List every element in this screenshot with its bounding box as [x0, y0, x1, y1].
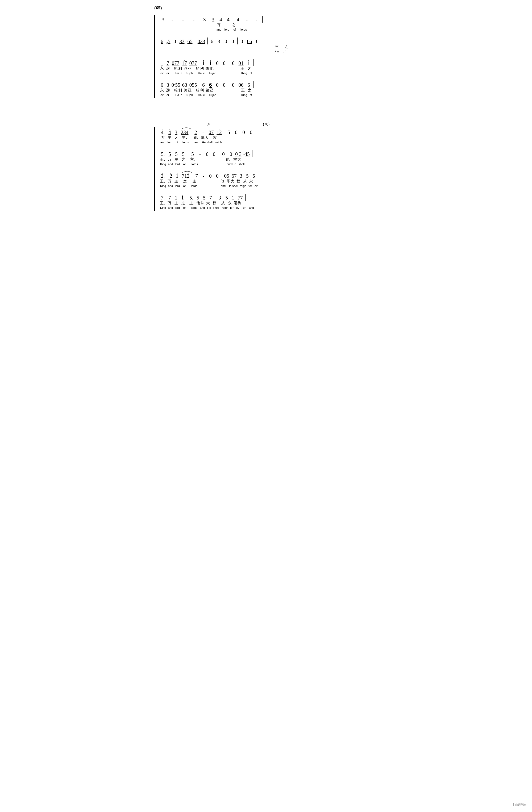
- note-6ul: 6: [159, 39, 165, 44]
- s2-r3-1dot-ul: • 1: [174, 173, 181, 179]
- s2-note-3ul: 3: [173, 130, 179, 135]
- note-055ul: 055: [188, 82, 198, 88]
- s2-note-2ul: 2: [192, 130, 200, 135]
- s2-r3-05ul: 05: [223, 173, 230, 179]
- page-label-65: (65): [154, 5, 378, 11]
- s2-lyric-en-3: King and lord of lords and He shell reig…: [159, 184, 378, 189]
- s2-r4-1dot-b: • 1: [179, 195, 186, 201]
- section2-header: F (70): [154, 122, 378, 126]
- note-3-dot: • 3: [159, 17, 167, 23]
- s2-dash1: -: [200, 130, 207, 135]
- note-65ul: 65: [186, 39, 193, 44]
- note-dash1: -: [167, 17, 178, 23]
- s2-r3-dot2dot-ul: • ·2: [167, 173, 174, 179]
- score-page: (65) • 3 - - - • 3.: [146, 0, 386, 224]
- note-06ul: 06: [245, 39, 254, 44]
- note-33ul: 33: [178, 39, 186, 44]
- note-6b: 6: [254, 39, 261, 44]
- s2-r3-5ul-b: 5: [250, 173, 257, 179]
- note-1dot-c: • 1: [245, 60, 252, 66]
- s2-r4-1ul: 1: [230, 195, 236, 201]
- note-077ul: 077: [171, 60, 181, 66]
- s2-r3-bar2: [221, 172, 223, 179]
- s2-r3-5ul: 5: [244, 173, 250, 179]
- note-sharp5: #5: [165, 39, 172, 44]
- note-0sharp55: 0#55: [171, 82, 181, 88]
- s2-r3-7: 7: [193, 173, 200, 179]
- s2-r2-5c: 5: [189, 151, 196, 157]
- s2-r4-7dot: 7.: [159, 195, 167, 201]
- barline6: [261, 38, 263, 44]
- lyric-cn-1: 万 主 之 主: [159, 23, 378, 28]
- note-0f: 0: [221, 60, 228, 66]
- s2-note-0b: 0: [240, 130, 247, 135]
- note-1dot7-ul: • 17: [181, 60, 188, 66]
- s2-lyric-en-1: and lord of lords and He shell reigh: [159, 141, 378, 145]
- note-1dot-b: • 1: [207, 60, 214, 66]
- note-0a: 0: [172, 39, 178, 44]
- s2-r4-bar2: [214, 194, 216, 201]
- lyric-cn-4: 永 远 哈利 路亚 哈利 路亚, 王 之: [159, 88, 378, 93]
- note-3ul-b: 3: [165, 82, 171, 88]
- note-0g: 0: [230, 60, 237, 66]
- s2-r4-1dot-a: • 1: [173, 195, 179, 201]
- note-1dot-ul: • 1: [159, 60, 165, 66]
- s2-music-row-1: • 4. • 4 3 234: [159, 127, 378, 135]
- note-63ul: 63: [181, 82, 188, 88]
- s2-note-0a: 0: [232, 130, 240, 135]
- note-7ul-a: 7: [165, 60, 171, 66]
- s2-r4-7ul-b: 7: [207, 195, 214, 201]
- note-6a: 6: [209, 39, 215, 44]
- s2-lyric-cn-2: 王, 万 主 之 主, 他 掌大: [159, 157, 378, 162]
- s2-note-12ul: • 12: [215, 130, 223, 135]
- barline12: [252, 81, 254, 88]
- barline10: [198, 81, 200, 88]
- note-6dot2-ul: 6̲: [207, 82, 214, 88]
- s2-music-row-3: • 2. • ·2 • 1: [159, 171, 378, 179]
- s2-r2-0d: 0: [227, 151, 235, 157]
- barline8: [228, 59, 230, 66]
- note-033ul: 033: [196, 39, 206, 44]
- measure-label-70: (70): [263, 122, 270, 126]
- note-0d: 0: [238, 39, 245, 44]
- note-01dot-ul: • 01: [237, 60, 245, 66]
- section-1: • 3 - - - • 3. • 3 4: [154, 15, 378, 98]
- note-06ul-b: 06: [237, 82, 245, 88]
- note-0i: 0: [221, 82, 228, 88]
- note-6dot-ul: 6: [200, 82, 207, 88]
- s2-r3-712ul: 71 • 2: [181, 173, 191, 179]
- s2-lyric-cn-3: 王, 万 主 之 主, 他 掌大 权 从 永: [159, 179, 378, 184]
- note-0h: 0: [214, 82, 221, 88]
- s2-lyric-en-4: King and lord of lords and He shell reig…: [159, 206, 378, 211]
- note-3a: 3: [215, 39, 222, 44]
- section-2: • 4. • 4 3 234: [154, 127, 378, 211]
- s2-r2-5b: 5: [180, 151, 187, 157]
- s2-r2-sharp45ul: #45: [242, 151, 251, 157]
- s2-note-0c: 0: [247, 130, 255, 135]
- note-4dot: • 4: [234, 17, 242, 23]
- s2-r2-dash: -: [196, 151, 204, 157]
- s2-lyric-en-2: King and lord of lords and He shell: [159, 162, 378, 167]
- note-0j: 0: [230, 82, 237, 88]
- note-0e: 0: [214, 60, 221, 66]
- s2-r3-bar3: [257, 172, 259, 179]
- note-dash5: -: [251, 17, 261, 23]
- note-0b: 0: [222, 39, 229, 44]
- music-row-1: • 3 - - - • 3. • 3 4: [159, 15, 378, 23]
- note-6c: 6: [245, 82, 252, 88]
- note-1dot-a: • 1: [200, 60, 207, 66]
- s2-r2-5dot: 5.: [159, 151, 167, 157]
- s2-r4-bar1: [186, 194, 188, 201]
- s2-music-row-4: 7. 7 • 1 • 1 5. 5 ·: [159, 193, 378, 201]
- music-row-2: 6 #5 0 33 65 033 6 3 0 0 0 06 6: [159, 37, 378, 44]
- s2-r4-5dot: 5.: [188, 195, 195, 201]
- s2-barline3: [255, 129, 257, 135]
- s2-r3-67ul: 67: [230, 173, 238, 179]
- s2-r4-5ul-c: 5: [224, 195, 230, 201]
- s2-music-row-2: 5. 5 5 5 5 - 0 0 0 0 0 3 #45: [159, 149, 378, 157]
- note-3dot: • 3.: [201, 17, 209, 23]
- s2-lyric-cn-1: 万 主 之 主, 他 掌大 权: [159, 135, 378, 141]
- s2-r4-bar3: [244, 194, 246, 201]
- barline2: [232, 16, 234, 23]
- note-dash4: -: [242, 17, 251, 23]
